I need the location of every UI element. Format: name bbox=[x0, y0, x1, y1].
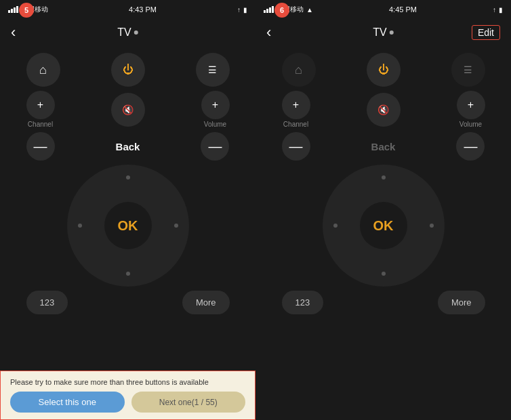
remote-body-right: ⌂ ⏻ ☰ + Channel 🔇 + Volume — Back — bbox=[256, 46, 511, 420]
ok-button[interactable]: OK bbox=[104, 202, 152, 249]
status-bar-right: 中国移动 ▲ 4:45 PM ↑ ▮ bbox=[256, 0, 511, 19]
dpad-dot-left bbox=[78, 224, 82, 228]
dpad-dot-right bbox=[174, 224, 178, 228]
channel-minus-btn-r[interactable]: — bbox=[282, 132, 310, 161]
home-button-r[interactable]: ⌂ bbox=[282, 53, 316, 87]
dpad-dot-bottom-r bbox=[382, 272, 386, 276]
dpad-dot-bottom bbox=[126, 272, 130, 276]
volume-plus-btn-r[interactable]: + Volume bbox=[457, 91, 485, 128]
top-btn-row-r: ⌂ ⏻ ☰ bbox=[282, 53, 485, 87]
edit-button[interactable]: Edit bbox=[472, 25, 500, 40]
select-this-one-button[interactable]: Select this one bbox=[10, 392, 125, 413]
battery-icon-r: ▮ bbox=[499, 6, 503, 14]
volume-label: Volume bbox=[204, 121, 226, 128]
bottom-btn-row: 123 More bbox=[26, 291, 230, 314]
channel-plus-btn-r[interactable]: + Channel bbox=[282, 91, 310, 128]
back-button-right[interactable]: ‹ bbox=[266, 24, 271, 41]
more-button[interactable]: More bbox=[182, 291, 230, 314]
location-icon: ↑ bbox=[237, 6, 241, 14]
numbers-button[interactable]: 123 bbox=[26, 291, 68, 314]
dpad-dot-top-r bbox=[382, 175, 386, 180]
more-button-r[interactable]: More bbox=[438, 291, 485, 314]
channel-plus-icon: + bbox=[26, 91, 55, 119]
volume-label-r: Volume bbox=[459, 121, 482, 128]
dpad-outer-r: OK bbox=[323, 165, 445, 287]
ok-label-r: OK bbox=[373, 218, 394, 234]
nav-title-right: TV bbox=[373, 26, 393, 39]
channel-minus-btn[interactable]: — bbox=[26, 132, 55, 161]
home-button[interactable]: ⌂ bbox=[26, 53, 60, 87]
back-button-r[interactable]: Back bbox=[361, 135, 407, 158]
nav-title-dot-r bbox=[390, 30, 394, 35]
dpad-outer: OK bbox=[67, 165, 189, 287]
dpad-dot-top bbox=[126, 175, 130, 180]
dpad-dot-left-r bbox=[333, 224, 338, 228]
status-right: ↑ ▮ bbox=[237, 6, 247, 14]
menu-button-r[interactable]: ☰ bbox=[451, 53, 485, 87]
next-one-button[interactable]: Next one(1 / 55) bbox=[131, 392, 246, 413]
volume-minus-btn-r[interactable]: — bbox=[456, 132, 485, 161]
mute-button-r[interactable]: 🔇 bbox=[367, 93, 401, 127]
signal-icon bbox=[8, 6, 18, 13]
signal-icon-r bbox=[264, 6, 274, 13]
channel-plus-icon-r: + bbox=[282, 91, 310, 119]
battery-icon: ▮ bbox=[243, 6, 247, 14]
top-btn-row: ⌂ ⏻ ☰ bbox=[26, 53, 230, 87]
power-button[interactable]: ⏻ bbox=[111, 53, 145, 87]
status-bar-left: 中国移动 4:43 PM ↑ ▮ bbox=[0, 0, 256, 19]
back-button[interactable]: Back bbox=[105, 135, 151, 158]
back-button-left[interactable]: ‹ bbox=[11, 24, 16, 41]
time-label-r: 4:45 PM bbox=[389, 5, 417, 14]
volume-plus-icon-r: + bbox=[457, 91, 485, 119]
channel-vol-row: + Channel 🔇 + Volume bbox=[26, 91, 230, 128]
nav-bar-right: ‹ TV Edit bbox=[256, 19, 511, 46]
channel-label-r: Channel bbox=[283, 121, 308, 128]
channel-vol-row-r: + Channel 🔇 + Volume bbox=[282, 91, 485, 128]
volume-plus-btn[interactable]: + Volume bbox=[201, 91, 230, 128]
nav-bar-left: ‹ TV bbox=[0, 19, 256, 46]
volume-minus-btn[interactable]: — bbox=[201, 132, 229, 161]
dpad-dot-right-r bbox=[430, 224, 434, 228]
mute-button[interactable]: 🔇 bbox=[111, 93, 145, 127]
status-right-r: ↑ ▮ bbox=[493, 6, 503, 14]
dpad-r[interactable]: OK bbox=[323, 165, 445, 287]
power-button-r[interactable]: ⏻ bbox=[367, 53, 401, 87]
wifi-icon: ▲ bbox=[306, 6, 313, 14]
menu-button[interactable]: ☰ bbox=[196, 53, 230, 87]
bottom-btn-row-r: 123 More bbox=[282, 291, 485, 314]
panel-text: Please try to make sure more than three … bbox=[10, 378, 245, 386]
volume-plus-icon: + bbox=[201, 91, 230, 119]
remote-body-left: ⌂ ⏻ ☰ + Channel 🔇 + Volume — Back — bbox=[0, 46, 256, 371]
badge-5: 5 bbox=[19, 3, 34, 18]
location-icon-r: ↑ bbox=[493, 6, 496, 14]
ok-button-r[interactable]: OK bbox=[360, 202, 407, 249]
nav-title-dot bbox=[134, 30, 138, 35]
ok-label: OK bbox=[118, 218, 138, 234]
right-screen: 中国移动 ▲ 4:45 PM ↑ ▮ 6 ‹ TV Edit ⌂ ⏻ ☰ + bbox=[256, 0, 511, 420]
channel-label: Channel bbox=[28, 121, 53, 128]
badge-6: 6 bbox=[274, 3, 289, 18]
left-screen: 中国移动 4:43 PM ↑ ▮ 5 ‹ TV ⌂ ⏻ ☰ + Channel bbox=[0, 0, 256, 420]
time-label: 4:43 PM bbox=[129, 5, 157, 14]
numbers-button-r[interactable]: 123 bbox=[282, 291, 324, 314]
panel-buttons: Select this one Next one(1 / 55) bbox=[10, 392, 245, 413]
bottom-panel: Please try to make sure more than three … bbox=[0, 371, 256, 420]
dpad[interactable]: OK bbox=[67, 165, 189, 287]
channel-plus-btn[interactable]: + Channel bbox=[26, 91, 55, 128]
back-row-r: — Back — bbox=[282, 132, 485, 161]
nav-title-left: TV bbox=[117, 26, 138, 39]
back-row: — Back — bbox=[26, 132, 230, 161]
